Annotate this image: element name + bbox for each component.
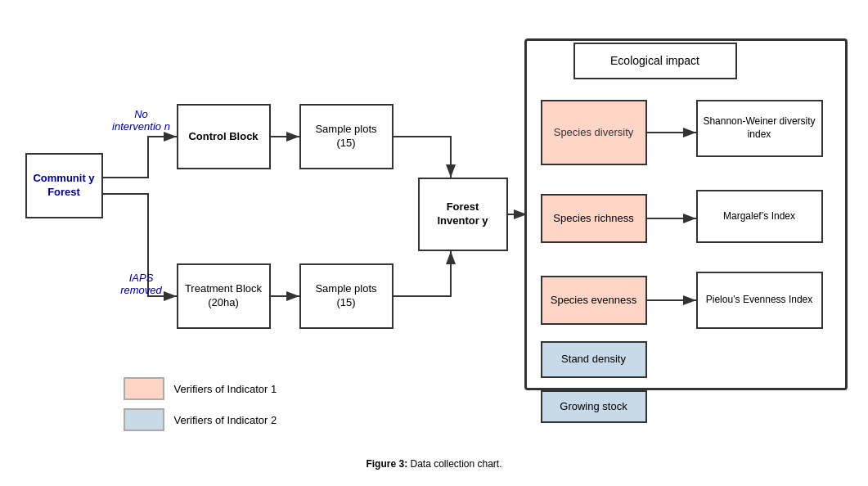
species-diversity-label: Species diversity — [554, 126, 634, 140]
legend-item-1: Verifiers of Indicator 1 — [124, 377, 277, 400]
legend-indicator1-label: Verifiers of Indicator 1 — [174, 383, 277, 395]
legend-item-2: Verifiers of Indicator 2 — [124, 408, 277, 431]
species-evenness-label: Species evenness — [551, 294, 637, 308]
species-richness-box: Species richness — [541, 194, 647, 243]
shannon-weiner-box: Shannon-Weiner diversity index — [696, 100, 823, 157]
growing-stock-box: Growing stock — [541, 390, 647, 423]
legend-pink-box — [124, 377, 164, 400]
forest-inventory-label: Forest Inventor y — [425, 200, 501, 228]
margalef-box: Margalef’s Index — [696, 190, 823, 243]
ecological-title-box: Ecological impact — [573, 43, 737, 79]
control-block-label: Control Block — [188, 130, 258, 144]
sample-plots-top-label: Sample plots (15) — [306, 123, 387, 151]
iaps-removed-label: IAPS removed — [109, 272, 174, 296]
shannon-weiner-label: Shannon-Weiner diversity index — [703, 115, 816, 141]
growing-stock-label: Growing stock — [560, 400, 627, 414]
pielou-label: Pielou’s Evenness Index — [706, 294, 813, 307]
pielou-box: Pielou’s Evenness Index — [696, 272, 823, 329]
legend-blue-box — [124, 408, 164, 431]
stand-density-box: Stand density — [541, 341, 647, 378]
species-richness-label: Species richness — [553, 212, 633, 226]
community-forest-label: Communit y Forest — [32, 172, 97, 200]
legend: Verifiers of Indicator 1 Verifiers of In… — [124, 377, 277, 431]
sample-plots-bottom-box: Sample plots (15) — [299, 263, 394, 329]
treatment-block-label: Treatment Block (20ha) — [183, 282, 264, 310]
legend-indicator2-label: Verifiers of Indicator 2 — [174, 414, 277, 426]
treatment-block-box: Treatment Block (20ha) — [177, 263, 271, 329]
forest-inventory-box: Forest Inventor y — [418, 178, 508, 251]
species-diversity-box: Species diversity — [541, 100, 647, 165]
control-block-box: Control Block — [177, 104, 271, 169]
species-evenness-box: Species evenness — [541, 276, 647, 325]
margalef-label: Margalef’s Index — [723, 210, 795, 223]
ecological-title-label: Ecological impact — [610, 53, 699, 68]
diagram-container: Communit y Forest No interventio n IAPS … — [9, 10, 860, 476]
figure-caption: Figure 3: Data collection chart. — [9, 458, 860, 470]
stand-density-label: Stand density — [561, 353, 626, 367]
sample-plots-bottom-label: Sample plots (15) — [306, 282, 387, 310]
figure-label: Figure 3: — [366, 458, 407, 470]
community-forest-box: Communit y Forest — [25, 153, 103, 218]
sample-plots-top-box: Sample plots (15) — [299, 104, 394, 169]
no-intervention-label: No interventio n — [109, 108, 174, 133]
flow-chart: Communit y Forest No interventio n IAPS … — [17, 18, 852, 419]
caption-text: Data collection chart. — [410, 458, 501, 470]
